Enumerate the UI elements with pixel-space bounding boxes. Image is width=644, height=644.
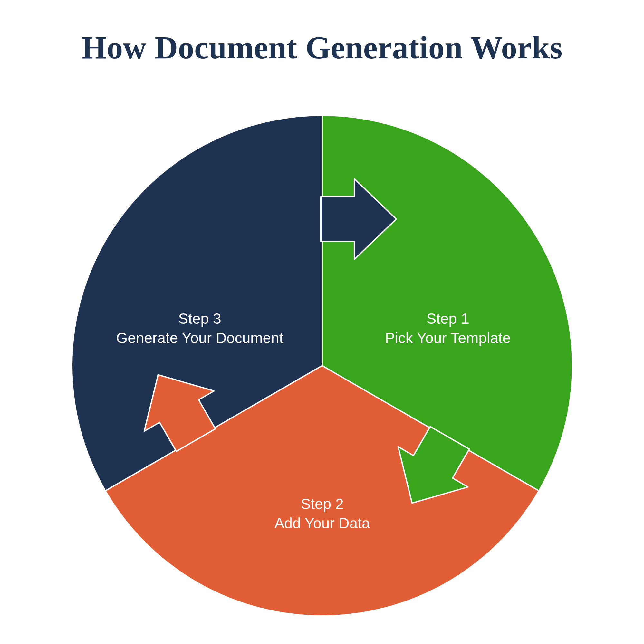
cycle-diagram: Step 1 Pick Your Template Step 2 Add You… xyxy=(0,0,644,644)
diagram-canvas: How Document Generation Works Step 1 xyxy=(0,0,644,644)
label-step2-line2: Add Your Data xyxy=(274,515,370,532)
label-step3-line2: Generate Your Document xyxy=(116,330,283,346)
label-step1-line1: Step 1 xyxy=(427,310,469,327)
label-step3-line1: Step 3 xyxy=(178,310,221,327)
label-step1-line2: Pick Your Template xyxy=(385,330,511,346)
label-step2-line1: Step 2 xyxy=(301,495,344,512)
